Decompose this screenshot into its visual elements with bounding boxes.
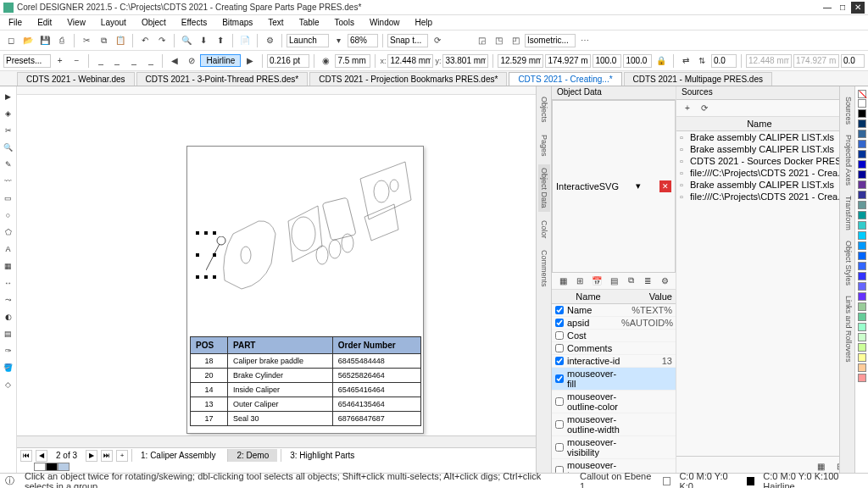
- halo-input[interactable]: [335, 54, 370, 68]
- docker-tab-object-data[interactable]: Object Data: [538, 164, 550, 212]
- docker-tab-sources[interactable]: Sources: [840, 93, 854, 128]
- docker-tab-pages[interactable]: Pages: [538, 131, 550, 160]
- color-swatch[interactable]: [858, 343, 866, 352]
- color-swatch[interactable]: [858, 109, 866, 118]
- od-grid-icon[interactable]: ▤: [606, 273, 621, 288]
- export-icon[interactable]: ⬆: [213, 33, 228, 48]
- menu-layout[interactable]: Layout: [96, 17, 131, 28]
- menu-tools[interactable]: Tools: [330, 17, 359, 28]
- color-swatch[interactable]: [858, 180, 866, 189]
- color-swatch[interactable]: [858, 374, 866, 382]
- linestyle4-icon[interactable]: ⎯: [143, 53, 159, 69]
- arrowend-icon[interactable]: ▶: [242, 53, 258, 69]
- color-swatch[interactable]: [858, 262, 866, 270]
- menu-help[interactable]: Help: [410, 17, 438, 28]
- color-swatch[interactable]: [858, 170, 866, 179]
- color-swatch[interactable]: [858, 211, 866, 219]
- crop-tool-icon[interactable]: ✂: [2, 124, 15, 137]
- presets-combo[interactable]: [3, 54, 51, 68]
- menu-table[interactable]: Table: [294, 17, 325, 28]
- offset-input[interactable]: [841, 54, 865, 68]
- freehand-tool-icon[interactable]: ✎: [2, 158, 15, 171]
- close-button[interactable]: ✕: [851, 2, 865, 14]
- field-checkbox[interactable]: [555, 319, 564, 327]
- outline-tool-icon[interactable]: ◇: [2, 378, 15, 391]
- options-icon[interactable]: ⚙: [262, 33, 277, 48]
- launch-combo[interactable]: [287, 34, 329, 47]
- effect-tool-icon[interactable]: ◐: [2, 310, 15, 324]
- object-data-row[interactable]: Cost: [552, 330, 676, 342]
- field-checkbox[interactable]: [555, 420, 564, 429]
- x-input[interactable]: [387, 54, 433, 68]
- horizontal-scrollbar[interactable]: [17, 435, 536, 447]
- color-swatch[interactable]: [858, 201, 866, 209]
- linestyle2-icon[interactable]: ⎯: [110, 53, 125, 69]
- open-icon[interactable]: 📂: [20, 33, 36, 48]
- od-expand-icon[interactable]: ⊞: [572, 273, 587, 288]
- minimize-button[interactable]: —: [821, 2, 834, 14]
- linestyle3-icon[interactable]: ⎯: [126, 53, 142, 69]
- remove-preset-icon[interactable]: −: [70, 53, 85, 69]
- docker-tab-transform[interactable]: Transform: [840, 192, 854, 234]
- 3d-top-icon[interactable]: ◰: [508, 33, 523, 48]
- palette-swatch[interactable]: [58, 463, 70, 471]
- launch-dropdown-icon[interactable]: ▾: [331, 33, 346, 48]
- w-input[interactable]: [498, 54, 543, 68]
- field-checkbox[interactable]: [555, 374, 564, 383]
- object-data-row[interactable]: mouseover-fill: [552, 368, 676, 391]
- snap-combo[interactable]: [387, 34, 428, 47]
- connector-tool-icon[interactable]: ⤳: [2, 293, 15, 307]
- color-swatch[interactable]: [858, 130, 866, 138]
- next-page-icon[interactable]: ▶: [86, 450, 97, 462]
- pick-tool-icon[interactable]: ▶: [2, 90, 15, 103]
- last-page-icon[interactable]: ⏭: [101, 450, 113, 462]
- h-input[interactable]: [545, 54, 591, 68]
- palette-swatch[interactable]: [34, 463, 46, 471]
- page-tab-active[interactable]: 2: Demo: [227, 449, 277, 462]
- sx-input[interactable]: [593, 54, 621, 68]
- doc-tab[interactable]: CDTS 2021 - Multipage PRES.des: [624, 72, 772, 86]
- 3d-right-icon[interactable]: ◳: [491, 33, 506, 48]
- menu-object[interactable]: Object: [136, 17, 171, 28]
- sources-refresh-icon[interactable]: ⟳: [697, 101, 712, 116]
- color-swatch[interactable]: [858, 221, 866, 230]
- od-gear-icon[interactable]: ⚙: [657, 273, 672, 288]
- linestyle1-icon[interactable]: ⎯: [93, 53, 108, 69]
- docker-tab-proj-axes[interactable]: Projected Axes: [840, 131, 854, 189]
- add-page-icon[interactable]: +: [116, 450, 128, 462]
- add-preset-icon[interactable]: +: [53, 53, 68, 69]
- object-data-row[interactable]: mouseover-visibility: [552, 436, 676, 459]
- object-data-row[interactable]: mouseover-outline-width: [552, 413, 676, 436]
- color-swatch[interactable]: [858, 292, 866, 301]
- color-swatch[interactable]: [858, 99, 866, 108]
- color-swatch[interactable]: [858, 191, 866, 199]
- field-checkbox[interactable]: [555, 331, 564, 340]
- transparency-tool-icon[interactable]: ▤: [2, 327, 15, 341]
- doc-tab-active[interactable]: CDTS 2021 - Creating...*: [509, 72, 621, 86]
- ellipse-tool-icon[interactable]: ○: [2, 208, 15, 222]
- palette-swatch[interactable]: [46, 463, 58, 471]
- table-tool-icon[interactable]: ▦: [2, 259, 15, 273]
- color-swatch[interactable]: [858, 150, 866, 158]
- color-swatch[interactable]: [858, 160, 866, 169]
- docker-tab-comments[interactable]: Comments: [538, 247, 550, 291]
- docker-tab-obj-styles[interactable]: Object Styles: [840, 237, 854, 289]
- object-data-row[interactable]: interactive-id13: [552, 355, 676, 368]
- w2-input[interactable]: [746, 54, 792, 68]
- doc-tab[interactable]: CDTS 2021 - Webinar.des: [17, 72, 135, 86]
- color-swatch[interactable]: [858, 353, 866, 362]
- color-swatch[interactable]: [858, 363, 866, 372]
- new-icon[interactable]: ◻: [3, 33, 19, 48]
- docker-tab-color[interactable]: Color: [538, 217, 550, 242]
- field-checkbox[interactable]: [555, 357, 564, 365]
- color-swatch[interactable]: [858, 272, 866, 280]
- field-checkbox[interactable]: [555, 344, 564, 352]
- artistic-tool-icon[interactable]: 〰: [2, 175, 15, 188]
- save-icon[interactable]: 💾: [37, 33, 53, 48]
- page-tab[interactable]: 1: Caliper Assembly: [131, 449, 224, 462]
- object-data-row[interactable]: Name%TEXT%: [552, 304, 676, 317]
- maximize-button[interactable]: □: [836, 2, 849, 14]
- eyedropper-tool-icon[interactable]: ✑: [2, 344, 15, 358]
- color-swatch[interactable]: [858, 140, 866, 148]
- od-calendar-icon[interactable]: 📅: [589, 273, 604, 288]
